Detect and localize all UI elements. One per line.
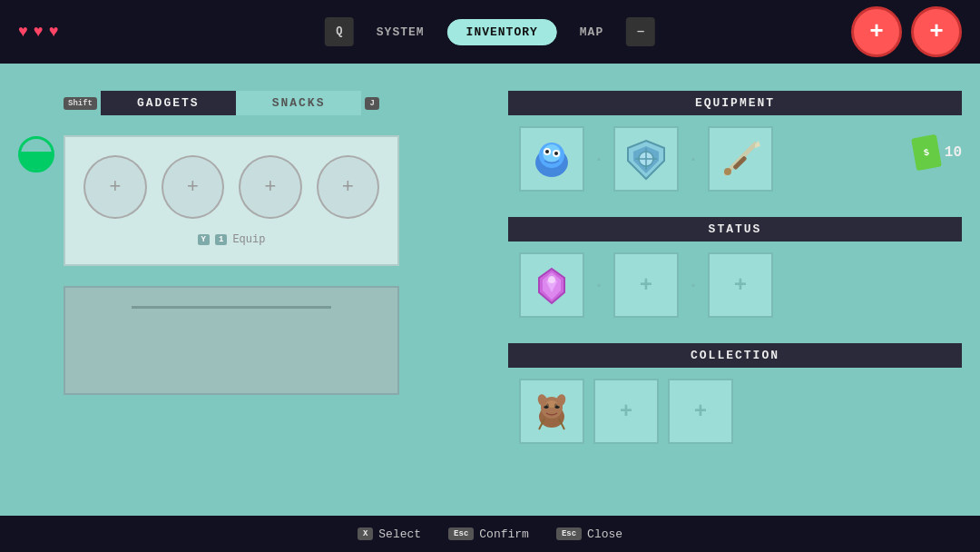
heart-2: ♥ [34, 23, 44, 41]
currency-display: $ 10 [914, 136, 962, 169]
action-select: X Select [358, 527, 421, 541]
tab-q[interactable]: Q [325, 17, 354, 46]
tab-gadgets[interactable]: GADGETS [101, 91, 236, 115]
status-slot-2[interactable]: + [613, 252, 679, 318]
gadget-slot-1[interactable]: + [83, 155, 147, 219]
svg-marker-13 [755, 141, 760, 148]
plus-icon-1: + [109, 176, 121, 199]
status-sep-1: · [593, 275, 604, 296]
svg-point-6 [554, 152, 558, 155]
plus-icon-3: + [264, 176, 276, 199]
separator-1: · [593, 149, 604, 170]
action-close: Esc Close [556, 527, 622, 541]
hearts-display: ♥ ♥ ♥ [18, 23, 58, 41]
plus-icon-2: + [187, 176, 199, 199]
y-key: Y [198, 234, 210, 245]
close-label: Close [587, 527, 622, 541]
left-panel: Shift GADGETS SNACKS J + + + [18, 82, 490, 534]
top-bar: ♥ ♥ ♥ Q SYSTEM INVENTORY MAP — + + [0, 0, 980, 64]
confirm-label: Confirm [479, 527, 529, 541]
confirm-key: Esc [448, 527, 474, 540]
main-content: Shift GADGETS SNACKS J + + + [0, 64, 980, 552]
equip-row: Y 1 Equip [83, 233, 379, 246]
add-button-1[interactable]: + [851, 6, 902, 57]
tab-map[interactable]: MAP [561, 19, 622, 45]
gadget-card: + + + + Y 1 Equip [64, 135, 399, 266]
status-slot-3[interactable]: + [708, 252, 773, 318]
equip-label: Equip [232, 233, 265, 246]
shield-icon [621, 133, 671, 184]
gadget-slot-4[interactable]: + [317, 155, 380, 219]
1-key: 1 [215, 234, 227, 245]
separator-2: · [688, 149, 699, 170]
close-key: Esc [556, 527, 582, 540]
equipment-section: EQUIPMENT · [508, 91, 962, 202]
svg-point-26 [546, 400, 557, 408]
bottom-bar: X Select Esc Confirm Esc Close [0, 516, 980, 552]
tab-snacks[interactable]: SNACKS [236, 91, 362, 115]
equipment-body: · · [508, 115, 962, 202]
action-confirm: Esc Confirm [448, 527, 529, 541]
collection-body: + + [508, 368, 962, 455]
creature-icon [526, 386, 577, 437]
collection-slot-3[interactable]: + [668, 379, 733, 444]
blob-blue-icon [526, 133, 577, 184]
heart-1: ♥ [18, 23, 28, 41]
gem-icon [526, 260, 577, 310]
equipment-slot-1[interactable] [519, 126, 584, 192]
nav-tabs: Q SYSTEM INVENTORY MAP — [325, 17, 655, 46]
svg-point-4 [545, 150, 549, 153]
collection-slot-1[interactable] [519, 379, 584, 444]
gadget-area: + + + + Y 1 Equip [64, 135, 490, 266]
shift-key-label: Shift [64, 97, 97, 110]
gadget-slots: + + + + [83, 155, 379, 219]
status-sep-2: · [688, 275, 699, 296]
gadget-slot-2[interactable]: + [162, 155, 225, 219]
description-box [64, 286, 399, 395]
collection-slot-2[interactable]: + [593, 379, 659, 444]
equipment-slot-2[interactable] [613, 126, 679, 192]
health-orb [18, 136, 54, 172]
tab-dash[interactable]: — [626, 17, 655, 46]
collection-section: COLLECTION [508, 343, 962, 455]
add-button-2[interactable]: + [911, 6, 962, 57]
sword-icon [715, 133, 766, 184]
plus-icon-4: + [342, 176, 354, 199]
status-section: STATUS · + · + [508, 217, 962, 329]
inventory-tab-bar: Shift GADGETS SNACKS J [64, 91, 490, 115]
status-header: STATUS [508, 217, 962, 242]
currency-amount: 10 [945, 144, 962, 161]
money-icon: $ [911, 134, 942, 171]
collection-header: COLLECTION [508, 343, 962, 368]
equipment-header: EQUIPMENT [508, 91, 962, 115]
svg-point-15 [724, 168, 731, 175]
gadget-slot-3[interactable]: + [239, 155, 302, 219]
x-key: X [358, 527, 373, 540]
svg-point-19 [548, 276, 555, 283]
top-right-buttons: + + [851, 6, 962, 57]
j-key-label: J [365, 97, 378, 110]
equipment-slot-3[interactable] [708, 126, 773, 192]
right-panel: EQUIPMENT · [508, 82, 962, 534]
heart-3: ♥ [49, 23, 59, 41]
desc-line [132, 306, 331, 309]
status-body: · + · + [508, 242, 962, 329]
select-label: Select [378, 527, 421, 541]
tab-system[interactable]: SYSTEM [358, 19, 444, 45]
tab-inventory[interactable]: INVENTORY [447, 19, 557, 45]
status-slot-1[interactable] [519, 252, 584, 318]
